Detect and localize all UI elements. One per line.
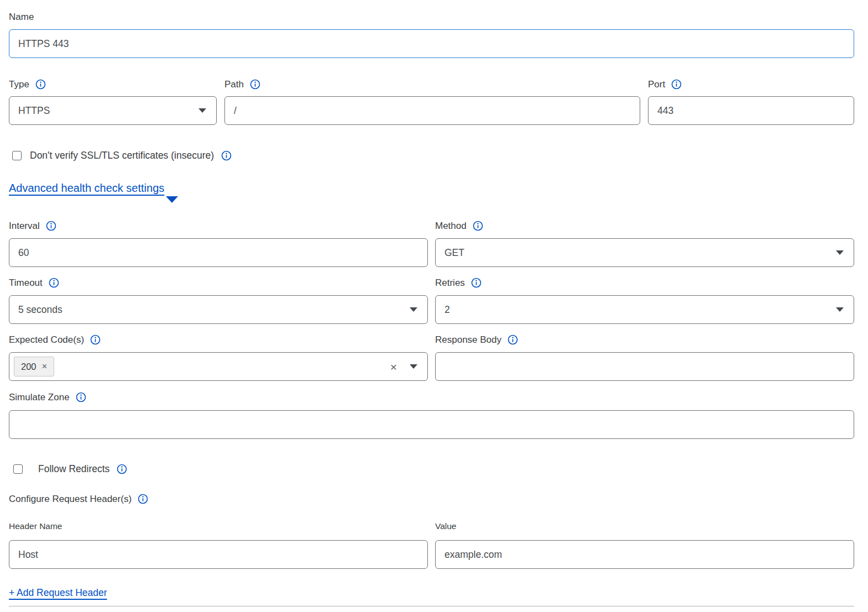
response-body-field: Response Body [435, 334, 854, 381]
follow-redirects-row: Follow Redirects [9, 463, 854, 475]
header-name-input[interactable] [9, 540, 428, 569]
configure-headers-label: Configure Request Header(s) [9, 494, 132, 505]
port-field: Port [648, 79, 854, 125]
type-select-value: HTTPS [18, 105, 50, 117]
remove-tag-icon[interactable]: × [42, 361, 48, 372]
ssl-verify-row: Don't verify SSL/TLS certificates (insec… [9, 150, 854, 161]
ssl-verify-label: Don't verify SSL/TLS certificates (insec… [30, 150, 214, 161]
caret-down-icon [410, 364, 417, 369]
follow-redirects-label: Follow Redirects [38, 463, 109, 475]
port-input[interactable] [648, 96, 854, 125]
method-info-icon[interactable] [473, 221, 483, 231]
header-value-column-label: Value [435, 521, 457, 531]
response-body-info-icon[interactable] [508, 334, 518, 345]
header-name-field: Header Name [9, 521, 428, 569]
caret-down-icon [836, 307, 844, 312]
method-select[interactable]: GET [435, 238, 854, 267]
type-select[interactable]: HTTPS [9, 96, 217, 125]
section-divider [9, 606, 854, 606]
header-value-input[interactable] [435, 540, 854, 569]
interval-info-icon[interactable] [46, 221, 56, 231]
simulate-zone-info-icon[interactable] [76, 392, 86, 402]
expected-codes-info-icon[interactable] [90, 334, 101, 345]
advanced-settings-grid: Interval Method GET Timeout [9, 220, 854, 381]
follow-redirects-info-icon[interactable] [117, 464, 127, 474]
retries-info-icon[interactable] [471, 278, 482, 288]
request-header-row: Header Name Value [9, 521, 854, 569]
advanced-settings-link-label: Advanced health check settings [9, 182, 164, 195]
timeout-select-value: 5 seconds [18, 304, 62, 316]
name-label: Name [9, 12, 34, 23]
expected-codes-multiselect[interactable]: 200 × × [9, 352, 428, 381]
method-label: Method [435, 221, 467, 232]
path-info-icon[interactable] [250, 79, 260, 90]
type-info-icon[interactable] [35, 79, 46, 90]
health-check-form: Name Type HTTPS Path [0, 0, 868, 606]
timeout-label: Timeout [9, 278, 43, 289]
retries-label: Retries [435, 278, 465, 289]
port-label: Port [648, 79, 665, 90]
name-input[interactable] [9, 29, 854, 58]
clear-all-icon[interactable]: × [390, 361, 397, 373]
advanced-settings-link[interactable]: Advanced health check settings [9, 182, 164, 195]
type-label: Type [9, 79, 29, 90]
expected-code-tag-value: 200 [21, 362, 36, 372]
path-label: Path [224, 79, 244, 90]
path-input[interactable] [224, 96, 640, 125]
path-field: Path [224, 79, 640, 125]
caret-down-icon [836, 250, 844, 255]
timeout-select[interactable]: 5 seconds [9, 295, 428, 324]
timeout-field: Timeout 5 seconds [9, 277, 428, 324]
retries-select[interactable]: 2 [435, 295, 854, 324]
method-field: Method GET [435, 220, 854, 267]
expected-codes-field: Expected Code(s) 200 × × [9, 334, 428, 381]
interval-input[interactable] [9, 238, 428, 267]
configure-headers-heading: Configure Request Header(s) [9, 493, 854, 505]
port-info-icon[interactable] [671, 79, 682, 90]
simulate-zone-label: Simulate Zone [9, 392, 70, 403]
timeout-info-icon[interactable] [49, 278, 59, 288]
expected-code-tag: 200 × [14, 357, 54, 376]
expected-codes-label: Expected Code(s) [9, 334, 84, 346]
follow-redirects-checkbox[interactable] [13, 464, 23, 474]
expand-triangle-icon [166, 196, 178, 203]
simulate-zone-field: Simulate Zone [9, 391, 854, 439]
caret-down-icon [410, 307, 417, 312]
configure-headers-info-icon[interactable] [138, 494, 148, 504]
ssl-verify-info-icon[interactable] [221, 150, 232, 161]
type-field: Type HTTPS [9, 79, 217, 125]
response-body-input[interactable] [435, 352, 854, 381]
interval-label: Interval [9, 221, 40, 232]
caret-down-icon [198, 108, 206, 113]
name-field: Name [9, 11, 854, 58]
add-request-header-link[interactable]: + Add Request Header [9, 587, 107, 599]
response-body-label: Response Body [435, 334, 501, 346]
retries-field: Retries 2 [435, 277, 854, 324]
type-path-port-row: Type HTTPS Path Port [9, 79, 854, 125]
method-select-value: GET [445, 247, 464, 259]
retries-select-value: 2 [445, 304, 450, 316]
header-value-field: Value [435, 521, 854, 569]
header-name-column-label: Header Name [9, 521, 62, 531]
interval-field: Interval [9, 220, 428, 267]
ssl-verify-checkbox[interactable] [12, 151, 22, 160]
simulate-zone-input[interactable] [9, 410, 854, 439]
